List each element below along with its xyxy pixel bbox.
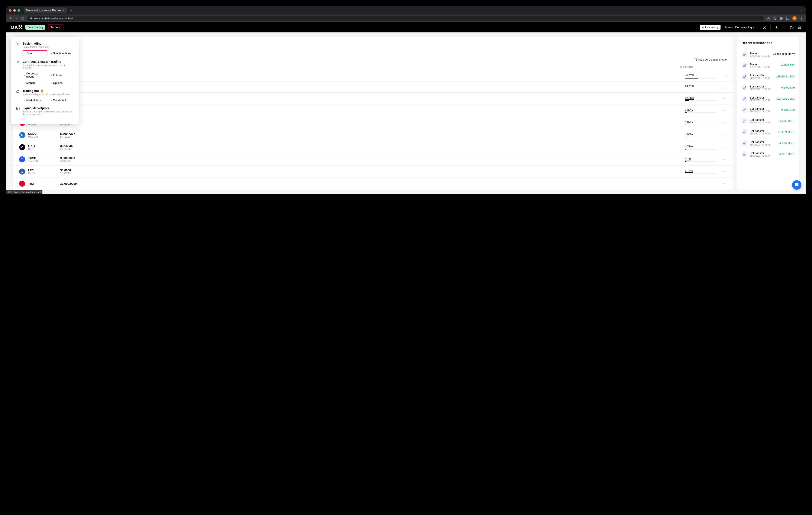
close-window-icon[interactable] [9,9,11,12]
menu-section-icon [16,89,20,93]
reload-icon[interactable] [21,17,24,20]
live-trading-button[interactable]: Live trading [700,25,721,30]
svg-point-1 [801,17,802,18]
menu-item-margin[interactable]: Margin [23,80,47,85]
link-icon [742,151,748,157]
transaction-info: Trade 12/06/2022, 10:59:09 [750,63,779,68]
more-icon[interactable]: ··· [723,182,727,186]
close-tab-icon[interactable]: × [63,9,65,12]
back-icon[interactable] [9,17,12,20]
trade-dropdown-button[interactable]: Trade [48,25,63,30]
asset-row[interactable]: U UNI Uniswap 1,500.0000 $9,251.34 6.87%… [13,117,733,129]
asset-pct: 4.7% [685,157,723,162]
asset-row[interactable]: T TUSD TrueUSD 9,000.0000 $6,334.65 4.7%… [13,153,733,165]
maximize-window-icon[interactable] [18,9,20,12]
new-tab-button[interactable]: + [68,8,74,13]
chat-button[interactable] [792,180,801,190]
more-icon[interactable]: ··· [723,109,727,113]
window-controls [9,9,20,12]
transaction-row[interactable]: Bot transfer 11/09/2022, 15:25:29 4.0903… [742,115,795,127]
menu-item-create-bot[interactable]: Create bot [49,98,74,103]
bell-icon[interactable] [782,25,786,29]
fire-icon: 🔥 [40,89,44,92]
tab-bar: Demo trading assets - The Lea × + [6,6,806,15]
more-icon[interactable]: ··· [723,121,727,125]
asset-amount: 30.0000 $2,381.23 [60,168,92,174]
menu-section-title[interactable]: Basic trading [23,42,50,45]
asset-row[interactable]: 14.62% ··· [13,81,733,92]
menu-item-marketplace[interactable]: Marketplace [23,98,47,103]
more-icon[interactable]: ··· [723,158,727,161]
asset-name: TRX [28,182,60,185]
transaction-row[interactable]: Bot transfer 11/16/2022, 12:31:06 0.2469… [742,82,795,93]
panel-icon[interactable] [786,17,789,20]
page-content: OK Demo trading Trade Live trading Asset [6,22,806,194]
asset-row[interactable]: 40.07% ··· [13,71,733,81]
menu-section-icon [16,60,20,64]
download-icon[interactable] [775,25,778,29]
menu-item-simple-options[interactable]: Simple options [49,50,74,56]
transaction-amount: 0.4996 BTC [781,64,795,67]
asset-amount: 302.8944 $6,439.08 [60,144,92,150]
more-icon[interactable]: ··· [723,170,727,173]
help-icon[interactable] [790,25,794,29]
asset-row[interactable]: O OKB OKB 302.8944 $6,439.08 4.78% ··· [13,141,733,153]
assets-panel: Basic trading Crypto trading made easy S… [13,37,733,190]
browser-tab[interactable]: Demo trading assets - The Lea × [24,7,67,13]
user-icon[interactable] [763,25,766,29]
transaction-row[interactable]: Bot transfer 11/16/2022, 12:10:54 0.4000… [742,104,795,115]
asset-row[interactable]: U USDT Tether 17,445.5412 $17,444.31 12.… [13,92,733,105]
share-icon[interactable] [767,17,770,20]
okx-logo[interactable]: OK [11,25,22,30]
hide-zero-checkbox[interactable] [694,58,697,61]
transactions-panel: Recent transactions Trade 12/06/2022, 10… [737,37,799,190]
more-icon[interactable]: ··· [723,145,727,149]
asset-row[interactable]: T TRX 30,000.0000 ··· [13,178,733,190]
transaction-row[interactable]: Trade 12/06/2022, 10:59:09 0.4996 BTC [742,60,795,71]
menu-section-subtitle: Crypto trading made easy [23,46,50,48]
transaction-row[interactable]: Bot transfer 11/09/2022, 09:08:37 4.0913… [742,149,795,160]
arrow-left-icon [702,26,704,29]
menu-item-options[interactable]: Options [49,80,74,85]
svg-rect-10 [17,91,19,92]
assets-dropdown[interactable]: Assets - Demo trading [724,26,755,29]
tab-dropdown-icon[interactable] [800,9,803,12]
bookmark-icon[interactable] [773,17,777,20]
menu-item-perpetual-swaps[interactable]: Perpetual swaps [23,71,47,79]
transaction-row[interactable]: Bot transfer 11/16/2022, 12:31:06 235.62… [742,71,795,82]
asset-row[interactable]: U USDC USD Coin 6,709.7277 $6,709.25 4.9… [13,129,733,141]
transaction-row[interactable]: Bot transfer 11/09/2022, 09:08:38 4.0907… [742,138,795,149]
menu-section-title[interactable]: Contracts & margin trading [23,60,74,63]
forward-icon[interactable] [15,17,18,20]
svg-point-7 [18,44,19,45]
link-icon [742,51,748,57]
more-icon[interactable]: ··· [723,74,727,78]
menu-icon[interactable] [800,17,803,20]
more-icon[interactable]: ··· [723,133,727,137]
menu-section-title[interactable]: Liquid Marketplace [23,106,74,110]
browser-window: Demo trading assets - The Lea × + okx.co… [6,6,806,194]
menu-item-spot[interactable]: Spot [23,50,47,56]
extensions-icon[interactable] [780,17,783,20]
globe-icon[interactable] [798,25,801,29]
transaction-row[interactable]: Bot transfer 11/16/2022, 12:10:54 382.49… [742,93,795,104]
asset-row[interactable]: J JFI 300.0000 $9,926.29 7.37% ··· [13,105,733,117]
asset-row[interactable]: L LTC Litecoin 30.0000 $2,381.23 1.77% ·… [13,165,733,178]
lock-icon [30,17,32,20]
svg-point-9 [18,62,19,63]
menu-section: Contracts & margin trading Trade a full … [16,60,74,85]
transaction-row[interactable]: Trade 12/06/2022, 10:59:09 −8,484.3999 U… [742,49,795,60]
minimize-window-icon[interactable] [13,9,16,12]
demo-trading-badge[interactable]: Demo trading [25,25,45,30]
asset-pct: 12.95% [685,96,723,101]
url-field[interactable]: okx.com/balance/assets/unified [27,16,764,21]
menu-item-futures[interactable]: Futures [49,71,74,79]
more-icon[interactable]: ··· [723,85,727,89]
profile-avatar[interactable]: J [792,16,796,21]
transaction-row[interactable]: Bot transfer 11/09/2022, 15:25:25 11.487… [742,127,795,138]
menu-section-title[interactable]: Trading bot 🔥 [23,89,70,92]
asset-pct: 6.87% [685,120,723,125]
hide-zero-toggle[interactable]: Hide zero equity crypto [694,58,727,61]
asset-list: % of portfolio 40.07% ··· 14.62% ··· U U… [13,37,733,190]
more-icon[interactable]: ··· [723,97,727,101]
